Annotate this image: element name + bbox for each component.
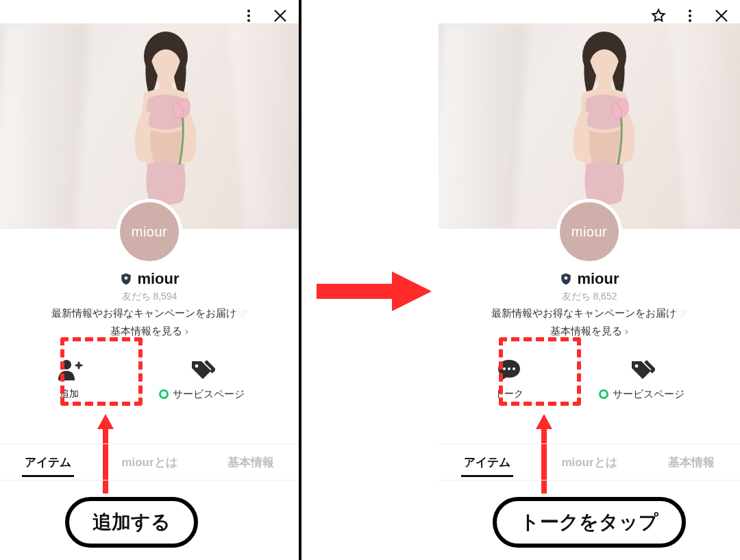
cover-image xyxy=(439,23,740,229)
service-page-button[interactable]: サービスページ xyxy=(599,355,684,401)
svg-point-13 xyxy=(508,367,510,370)
status-dot-icon xyxy=(159,389,169,399)
avatar-text: miour xyxy=(132,224,168,240)
friends-count: 友だち 8,652 xyxy=(439,291,740,303)
status-dot-icon xyxy=(599,389,608,399)
talk-label: トーク xyxy=(495,388,523,400)
service-page-label: サービスページ xyxy=(613,388,684,401)
screenshot-left: miour miour 友だち 8,594 最新情報やお得なキャンペーンをお届け… xyxy=(0,0,301,560)
add-person-icon xyxy=(55,355,84,384)
service-page-label: サービスページ xyxy=(173,388,245,401)
svg-point-6 xyxy=(195,364,199,367)
more-menu-icon[interactable] xyxy=(240,7,258,25)
profile-avatar[interactable]: miour xyxy=(556,199,622,265)
profile-tabs: アイテム miourとは 基本情報 xyxy=(439,443,740,480)
profile-tabs: アイテム miourとは 基本情報 xyxy=(0,443,299,480)
tag-icon xyxy=(627,355,656,384)
profile-name: miour xyxy=(137,270,179,288)
avatar-text: miour xyxy=(571,224,608,240)
annotation-caption: トークをタップ xyxy=(493,497,686,548)
cover-illustration xyxy=(541,27,665,229)
svg-point-5 xyxy=(62,360,71,369)
add-friend-button[interactable]: 追加 xyxy=(55,355,84,400)
cover-illustration xyxy=(103,27,226,229)
add-friend-label: 追加 xyxy=(60,388,79,400)
screenshot-right: miour miour 友だち 8,652 最新情報やお得なキャンペーンをお届け… xyxy=(439,0,740,560)
profile-actions: 追加 サービスページ xyxy=(0,348,299,407)
close-icon[interactable] xyxy=(271,7,289,25)
profile-description: 最新情報やお得なキャンペーンをお届け xyxy=(439,307,740,320)
profile-name: miour xyxy=(577,270,619,288)
close-icon[interactable] xyxy=(713,7,730,25)
more-info-link[interactable]: 基本情報を見る › xyxy=(0,325,299,338)
profile-description: 最新情報やお得なキャンペーンをお届け xyxy=(0,307,299,320)
chevron-right-icon: › xyxy=(185,325,188,337)
service-page-button[interactable]: サービスページ xyxy=(159,355,245,401)
profile-actions: トーク サービスページ xyxy=(439,348,740,407)
tab-about[interactable]: miourとは xyxy=(116,446,182,478)
tag-icon xyxy=(187,355,216,384)
chevron-right-icon: › xyxy=(625,325,628,337)
annotation-caption: 追加する xyxy=(65,497,198,548)
tab-basic-info[interactable]: 基本情報 xyxy=(663,446,720,478)
svg-point-12 xyxy=(503,367,506,370)
tab-items[interactable]: アイテム xyxy=(19,446,77,478)
talk-button[interactable]: トーク xyxy=(495,355,523,400)
svg-point-15 xyxy=(635,364,639,367)
more-info-link[interactable]: 基本情報を見る › xyxy=(439,325,740,338)
verified-shield-icon xyxy=(119,272,133,286)
more-menu-icon[interactable] xyxy=(681,7,699,25)
heart-icon xyxy=(676,308,687,318)
heart-icon xyxy=(236,308,247,318)
transition-arrow-icon xyxy=(317,267,433,315)
friends-count: 友だち 8,594 xyxy=(0,291,299,303)
profile-avatar[interactable]: miour xyxy=(116,199,182,265)
svg-point-14 xyxy=(513,367,515,370)
favorite-star-icon[interactable] xyxy=(650,7,667,25)
tab-about[interactable]: miourとは xyxy=(556,446,622,478)
cover-image xyxy=(0,23,299,229)
profile-name-row: miour xyxy=(0,270,299,288)
verified-shield-icon xyxy=(559,272,573,286)
profile-name-row: miour xyxy=(439,270,740,288)
chat-bubble-icon xyxy=(495,355,523,384)
tab-basic-info[interactable]: 基本情報 xyxy=(222,446,280,478)
tab-items[interactable]: アイテム xyxy=(458,446,516,478)
